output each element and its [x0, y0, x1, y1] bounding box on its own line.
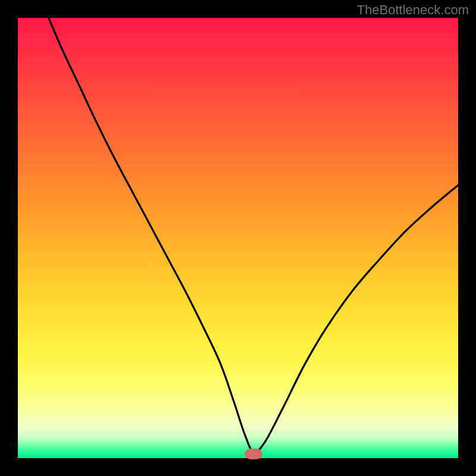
chart-frame: TheBottleneck.com	[0, 0, 476, 476]
optimal-marker	[245, 449, 262, 459]
bottleneck-curve	[18, 18, 458, 458]
watermark-text: TheBottleneck.com	[357, 2, 469, 18]
plot-area	[18, 18, 458, 458]
